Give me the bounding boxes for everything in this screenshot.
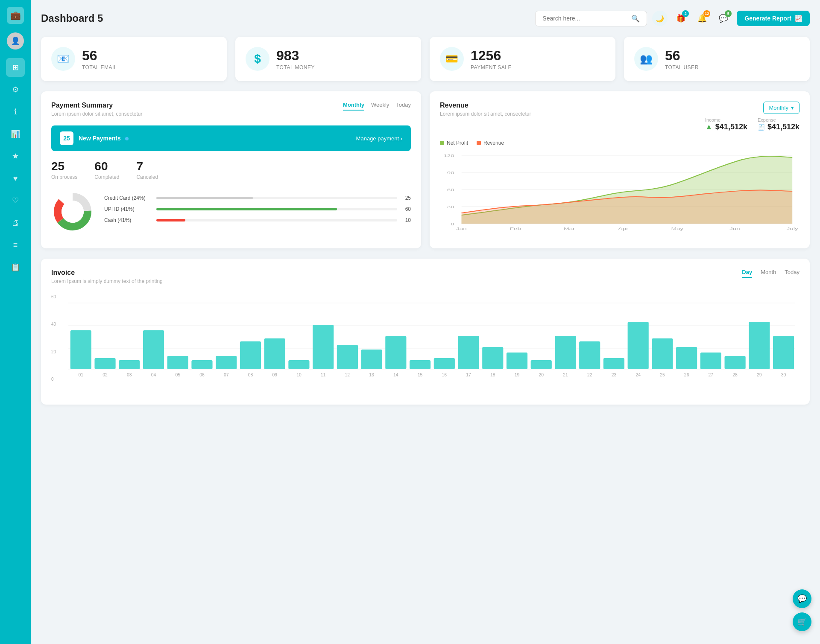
payments-count-badge: 25 <box>60 131 73 145</box>
revenue-subtitle: Lorem ipsum dolor sit amet, consectetur <box>440 111 531 117</box>
revenue-title-group: Revenue Lorem ipsum dolor sit amet, cons… <box>440 102 531 117</box>
tab-weekly[interactable]: Weekly <box>371 102 389 111</box>
stat-icon-user: 👥 <box>634 47 658 71</box>
svg-rect-31 <box>216 356 237 369</box>
svg-text:20: 20 <box>539 372 544 377</box>
stat-card-money: $ 983 TOTAL MONEY <box>235 37 421 81</box>
revenue-monthly-dropdown[interactable]: Monthly ▾ <box>763 102 800 114</box>
income-expense-row: Income ▲ $41,512k Expense 🧾 $41,512k <box>705 117 800 131</box>
invoice-tab-today[interactable]: Today <box>785 269 800 278</box>
list-icon: 📋 <box>11 262 20 272</box>
sidebar-item-heart[interactable]: ♥ <box>6 169 25 188</box>
sidebar-item-print[interactable]: 🖨 <box>6 213 25 232</box>
invoice-title: Invoice <box>51 269 163 277</box>
heart-icon: ♥ <box>13 174 18 183</box>
sidebar-item-menu[interactable]: ≡ <box>6 236 25 254</box>
bar-chart-icon: 📈 <box>795 15 802 22</box>
svg-text:05: 05 <box>175 372 180 377</box>
progress-track-creditcard <box>156 197 397 199</box>
tab-today[interactable]: Today <box>396 102 411 111</box>
tab-monthly[interactable]: Monthly <box>343 102 364 111</box>
sidebar-item-dashboard[interactable]: ⊞ <box>6 58 25 77</box>
svg-rect-30 <box>191 360 212 369</box>
svg-text:09: 09 <box>272 372 277 377</box>
svg-text:15: 15 <box>418 372 423 377</box>
search-input[interactable] <box>542 15 628 22</box>
svg-rect-43 <box>507 353 527 369</box>
svg-text:Jun: Jun <box>729 227 740 231</box>
sidebar-item-chart[interactable]: 📊 <box>6 125 25 143</box>
users-icon: 👥 <box>640 53 653 65</box>
new-payments-left: 25 New Payments <box>60 131 129 145</box>
progress-fill-cash <box>156 219 185 221</box>
svg-text:03: 03 <box>127 372 132 377</box>
user-avatar[interactable]: 👤 <box>7 32 24 50</box>
invoice-tab-month[interactable]: Month <box>761 269 776 278</box>
payment-summary-tabs: Monthly Weekly Today <box>343 102 411 111</box>
svg-rect-49 <box>652 338 673 369</box>
gift-button[interactable]: 🎁 2 <box>673 10 689 26</box>
svg-text:25: 25 <box>660 372 665 377</box>
menu-icon: ≡ <box>13 241 18 250</box>
floating-chat-button[interactable]: 💬 <box>793 589 811 608</box>
payment-progress-bars: Credit Card (24%) 25 UPI ID (41%) 60 <box>104 195 411 228</box>
svg-text:120: 120 <box>443 154 454 158</box>
svg-text:10: 10 <box>296 372 302 377</box>
progress-label-cash: Cash (41%) <box>104 217 151 223</box>
main-content: Dashboard 5 🔍 🌙 🎁 2 🔔 12 💬 5 Gen <box>31 0 820 644</box>
svg-rect-38 <box>385 336 406 369</box>
payments-label: New Payments <box>79 135 129 142</box>
revenue-chart: 120 90 60 30 0 Jan Feb Mar Apr <box>440 151 800 238</box>
svg-rect-25 <box>70 330 91 369</box>
sidebar-item-settings[interactable]: ⚙ <box>6 80 25 99</box>
invoice-tabs: Day Month Today <box>742 269 800 278</box>
svg-text:14: 14 <box>393 372 398 377</box>
income-label: Income <box>705 117 720 122</box>
svg-text:30: 30 <box>447 205 454 209</box>
stat-info-email: 56 TOTAL EMAIL <box>82 48 117 70</box>
svg-text:Feb: Feb <box>510 227 521 231</box>
progress-section: Credit Card (24%) 25 UPI ID (41%) 60 <box>51 190 411 233</box>
invoice-tab-day[interactable]: Day <box>742 269 752 278</box>
chevron-down-icon: ▾ <box>791 105 794 111</box>
svg-text:18: 18 <box>490 372 495 377</box>
stat-icon-money: $ <box>246 47 269 71</box>
svg-text:12: 12 <box>345 372 350 377</box>
sidebar-logo[interactable]: 💼 <box>7 7 24 24</box>
svg-text:06: 06 <box>199 372 205 377</box>
floating-cart-button[interactable]: 🛒 <box>793 612 811 631</box>
svg-text:07: 07 <box>224 372 229 377</box>
stat-number-user: 56 <box>665 48 699 64</box>
header: Dashboard 5 🔍 🌙 🎁 2 🔔 12 💬 5 Gen <box>41 10 810 26</box>
svg-text:16: 16 <box>442 372 447 377</box>
bell-button[interactable]: 🔔 12 <box>694 10 710 26</box>
sidebar: 💼 👤 ⊞ ⚙ ℹ 📊 ★ ♥ ♡ 🖨 ≡ 📋 <box>0 0 31 644</box>
revenue-title: Revenue <box>440 102 531 109</box>
svg-text:28: 28 <box>732 372 738 377</box>
stat-label-payment: PAYMENT SALE <box>471 64 512 70</box>
sidebar-item-star[interactable]: ★ <box>6 147 25 166</box>
svg-rect-46 <box>579 341 600 369</box>
manage-payment-link[interactable]: Manage payment › <box>356 135 402 142</box>
sidebar-item-list[interactable]: 📋 <box>6 258 25 277</box>
expense-label: Expense <box>758 117 776 122</box>
revenue-header-right: Monthly ▾ Income ▲ $41,512k Expense <box>705 102 800 131</box>
net-profit-label: Net Profit <box>447 140 468 146</box>
svg-rect-37 <box>361 350 382 369</box>
dark-mode-button[interactable]: 🌙 <box>652 11 668 26</box>
revenue-card: Revenue Lorem ipsum dolor sit amet, cons… <box>430 91 810 248</box>
svg-text:60: 60 <box>447 188 454 192</box>
svg-rect-45 <box>555 336 576 369</box>
bell-badge: 12 <box>703 10 710 17</box>
sidebar-item-info[interactable]: ℹ <box>6 102 25 121</box>
sidebar-item-heart2[interactable]: ♡ <box>6 191 25 210</box>
chat-button[interactable]: 💬 5 <box>715 10 732 26</box>
heart-outline-icon: ♡ <box>12 196 19 205</box>
dropdown-label: Monthly <box>769 105 788 111</box>
generate-report-button[interactable]: Generate Report 📈 <box>737 11 810 26</box>
search-box[interactable]: 🔍 <box>535 11 647 26</box>
svg-rect-28 <box>143 330 164 369</box>
svg-rect-51 <box>700 353 721 369</box>
svg-text:July: July <box>787 227 799 231</box>
svg-text:04: 04 <box>151 372 156 377</box>
